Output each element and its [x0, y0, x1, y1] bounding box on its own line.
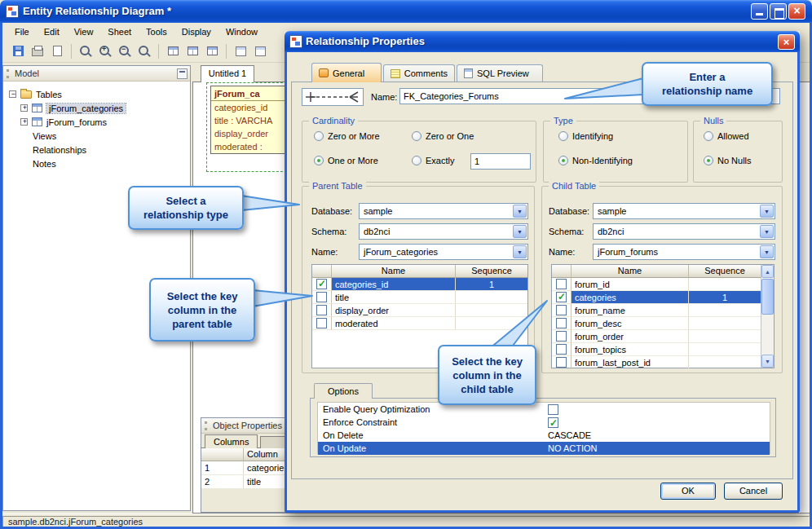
- table-row[interactable]: categories 1: [552, 291, 761, 304]
- chevron-down-icon[interactable]: [760, 205, 774, 218]
- print-icon[interactable]: [29, 42, 46, 60]
- child-name-select[interactable]: jForum_forums: [593, 244, 775, 260]
- minimize-button[interactable]: [751, 3, 768, 20]
- show-grid-icon[interactable]: [164, 42, 182, 60]
- radio-icon-selected[interactable]: [704, 156, 713, 165]
- checkbox-icon[interactable]: [316, 292, 327, 302]
- radio-one-or-more[interactable]: One or More: [314, 156, 378, 165]
- table-row[interactable]: forum_name: [552, 304, 761, 317]
- radio-icon[interactable]: [412, 156, 421, 165]
- tree-item-notes[interactable]: Notes: [3, 156, 190, 170]
- tab-columns[interactable]: Columns: [205, 434, 258, 448]
- radio-icon[interactable]: [704, 131, 713, 141]
- checkbox-icon[interactable]: [556, 305, 567, 315]
- radio-icon[interactable]: [412, 131, 421, 141]
- tree-item-relationships[interactable]: Relationships: [3, 143, 190, 156]
- checkbox-icon[interactable]: [556, 344, 567, 355]
- table-row[interactable]: forum_id: [552, 278, 761, 291]
- menu-view[interactable]: View: [67, 24, 101, 39]
- menu-sheet[interactable]: Sheet: [100, 24, 139, 39]
- radio-exactly[interactable]: Exactly: [412, 156, 454, 165]
- chevron-down-icon[interactable]: [760, 225, 774, 238]
- chevron-down-icon[interactable]: [513, 205, 527, 218]
- table-row[interactable]: forum_last_post_id: [552, 356, 761, 369]
- radio-icon-selected[interactable]: [558, 156, 568, 165]
- scroll-down-icon[interactable]: [761, 355, 774, 368]
- key-checkbox[interactable]: [312, 278, 332, 291]
- key-checkbox[interactable]: [552, 291, 571, 304]
- chevron-down-icon[interactable]: [760, 245, 774, 258]
- checkbox-icon[interactable]: [548, 404, 558, 415]
- table-row[interactable]: title: [312, 291, 527, 304]
- radio-non-identifying[interactable]: Non-Identifying: [558, 156, 633, 165]
- tab-general[interactable]: General: [311, 63, 382, 82]
- expand-expander-icon[interactable]: [20, 118, 28, 126]
- table-row[interactable]: forum_topics: [552, 343, 761, 356]
- menu-window[interactable]: Window: [218, 24, 265, 39]
- tab-sql-preview[interactable]: SQL Preview: [457, 64, 543, 82]
- radio-icon-selected[interactable]: [314, 156, 324, 165]
- radio-zero-or-more[interactable]: Zero or More: [314, 131, 380, 141]
- option-row-selected[interactable]: On Update NO ACTION: [318, 442, 770, 455]
- checkbox-icon[interactable]: [556, 318, 567, 328]
- tree-item-tables[interactable]: Tables: [3, 87, 190, 101]
- option-row[interactable]: Enforce Constraint: [318, 416, 770, 429]
- align-grid-icon[interactable]: [183, 42, 201, 60]
- scrollbar-thumb[interactable]: [761, 279, 774, 315]
- table-row[interactable]: display_order: [312, 304, 527, 317]
- sheet-properties-icon[interactable]: [251, 42, 269, 60]
- checkbox-checked-icon[interactable]: [316, 279, 327, 289]
- key-checkbox[interactable]: [552, 317, 571, 330]
- key-checkbox[interactable]: [552, 356, 571, 369]
- scroll-up-icon[interactable]: [761, 265, 774, 278]
- checkbox-icon[interactable]: [556, 331, 567, 342]
- key-checkbox[interactable]: [312, 317, 332, 330]
- save-icon[interactable]: [9, 42, 27, 60]
- chevron-down-icon[interactable]: [513, 225, 527, 238]
- tab-untitled-1[interactable]: Untitled 1: [201, 65, 254, 82]
- zoom-icon[interactable]: [77, 42, 95, 60]
- menu-file[interactable]: File: [7, 24, 37, 39]
- panel-grip[interactable]: [7, 69, 9, 78]
- snap-grid-icon[interactable]: [203, 42, 221, 60]
- option-row[interactable]: Enable Query Optimization: [318, 403, 770, 416]
- panel-grip[interactable]: [205, 421, 207, 430]
- cancel-button[interactable]: Cancel: [724, 483, 783, 500]
- parent-schema-select[interactable]: db2nci: [359, 223, 528, 240]
- expand-expander-icon[interactable]: [20, 104, 28, 112]
- checkbox-icon[interactable]: [556, 279, 567, 289]
- tree-item-jforum-categories[interactable]: jForum_categories: [3, 101, 190, 115]
- print-preview-icon[interactable]: [48, 42, 66, 60]
- checkbox-checked-icon[interactable]: [548, 417, 558, 428]
- radio-allowed[interactable]: Allowed: [704, 131, 749, 141]
- parent-database-select[interactable]: sample: [359, 203, 528, 219]
- tab-comments[interactable]: Comments: [383, 64, 455, 82]
- child-schema-select[interactable]: db2nci: [593, 223, 775, 240]
- table-row[interactable]: forum_desc: [552, 317, 761, 330]
- radio-no-nulls[interactable]: No Nulls: [704, 156, 752, 165]
- tree-item-views[interactable]: Views: [3, 129, 190, 143]
- tab-options[interactable]: Options: [314, 383, 373, 399]
- menu-tools[interactable]: Tools: [139, 24, 174, 39]
- radio-icon[interactable]: [314, 131, 324, 141]
- radio-zero-or-one[interactable]: Zero or One: [412, 131, 474, 141]
- checkbox-icon[interactable]: [316, 305, 327, 315]
- parent-name-select[interactable]: jForum_categories: [359, 244, 528, 260]
- close-button[interactable]: [788, 3, 805, 20]
- zoom-in-icon[interactable]: [96, 42, 114, 60]
- table-row[interactable]: forum_order: [552, 330, 761, 343]
- key-checkbox[interactable]: [552, 330, 571, 343]
- zoom-out-icon[interactable]: [116, 42, 134, 60]
- checkbox-icon[interactable]: [316, 318, 327, 328]
- key-checkbox[interactable]: [552, 304, 571, 317]
- option-row[interactable]: On Delete CASCADE: [318, 429, 770, 442]
- child-database-select[interactable]: sample: [593, 203, 775, 219]
- dialog-titlebar[interactable]: Relationship Properties: [285, 31, 800, 52]
- key-checkbox[interactable]: [312, 304, 332, 317]
- chevron-down-icon[interactable]: [513, 245, 527, 258]
- menu-display[interactable]: Display: [174, 24, 218, 39]
- dialog-close-button[interactable]: [778, 34, 795, 50]
- radio-icon[interactable]: [558, 131, 568, 141]
- tree-item-jforum-forums[interactable]: jForum_forums: [3, 115, 190, 129]
- model-panel-header[interactable]: Model: [3, 66, 190, 82]
